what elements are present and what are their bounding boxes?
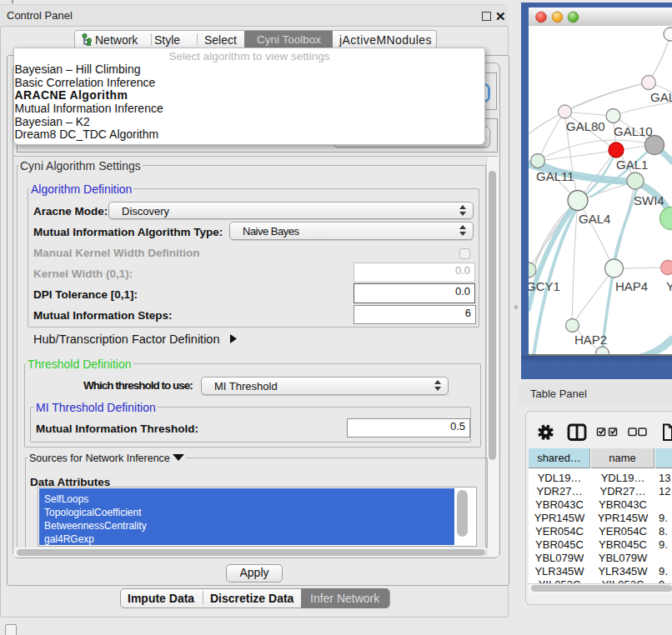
svg-text:GAL4: GAL4 bbox=[579, 212, 610, 226]
svg-text:YJ: YJ bbox=[666, 279, 672, 293]
svg-text:GAL7: GAL7 bbox=[650, 90, 672, 104]
svg-text:SWI4: SWI4 bbox=[634, 193, 664, 208]
svg-text:GAL11: GAL11 bbox=[536, 169, 574, 183]
svg-text:HAP2: HAP2 bbox=[574, 332, 607, 347]
svg-text:GAL10: GAL10 bbox=[614, 124, 653, 138]
svg-text:GAL1: GAL1 bbox=[616, 158, 648, 172]
svg-text:GAL80: GAL80 bbox=[566, 119, 605, 133]
svg-text:HAP4: HAP4 bbox=[615, 279, 648, 293]
svg-text:GCY1: GCY1 bbox=[529, 279, 560, 293]
